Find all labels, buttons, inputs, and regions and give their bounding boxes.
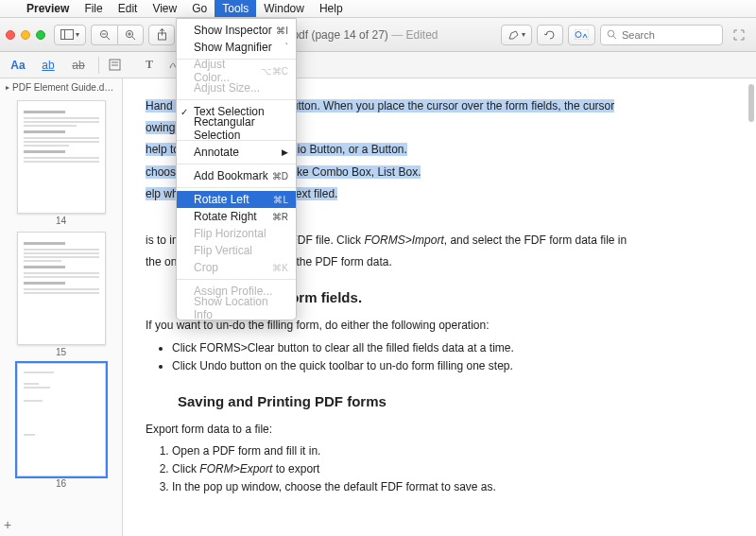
scrollbar[interactable] — [748, 84, 754, 122]
list-item: In the pop up window, choose the default… — [172, 478, 733, 496]
menu-item: Flip Vertical — [177, 242, 296, 259]
menu-view[interactable]: View — [145, 0, 184, 17]
strikethrough-button[interactable]: ab — [68, 59, 89, 72]
markup-toolbar: Aa ab ab T A ▾ — [0, 52, 756, 78]
menu-item: Crop⌘K — [177, 259, 296, 276]
page-thumbnail[interactable]: 14 — [17, 100, 106, 226]
fullscreen-icon — [733, 29, 745, 41]
list-item: Open a PDF form and fill it in. — [172, 442, 733, 460]
body-text: Export form data to a file: — [146, 421, 733, 439]
markup-toggle-button[interactable] — [568, 25, 595, 45]
traffic-max[interactable] — [36, 30, 45, 40]
add-page-button[interactable]: + — [4, 517, 11, 532]
menu-preview[interactable]: Preview — [19, 0, 77, 17]
edited-label: Edited — [406, 28, 438, 42]
rotate-button[interactable] — [537, 25, 563, 45]
body-text: , and select the FDF form data file in — [444, 233, 627, 247]
sidebar-icon — [60, 29, 74, 40]
menu-item[interactable]: Add Bookmark⌘D — [177, 167, 296, 184]
menu-item: Adjust Size... — [177, 79, 296, 96]
svg-point-11 — [576, 32, 581, 38]
menu-item[interactable]: Show Inspector⌘I — [177, 22, 296, 39]
tools-menu-dropdown: Show Inspector⌘IShow Magnifier`Adjust Co… — [176, 18, 297, 320]
text-button[interactable]: T — [139, 58, 160, 72]
svg-line-3 — [106, 36, 109, 39]
share-button[interactable] — [148, 25, 175, 45]
text-style-button[interactable]: Aa — [8, 59, 28, 72]
svg-point-13 — [608, 30, 614, 37]
menu-item[interactable]: Rectangular Selection — [177, 120, 296, 137]
highlight-icon — [507, 29, 520, 41]
body-text: owing: — [146, 121, 179, 134]
menu-file[interactable]: File — [77, 0, 110, 17]
page-thumbnail[interactable]: 15 — [17, 232, 106, 357]
note-icon — [109, 59, 121, 71]
page-thumbnail[interactable]: 16 — [17, 363, 106, 489]
search-icon — [607, 29, 617, 40]
zoom-in-button[interactable] — [117, 25, 144, 45]
note-button[interactable] — [109, 59, 129, 71]
zoom-out-icon — [99, 29, 111, 41]
menu-help[interactable]: Help — [312, 0, 351, 17]
list-item: Click Undo button on the quick toolbar t… — [172, 357, 733, 375]
zoom-in-icon — [125, 29, 136, 41]
zoom-out-button[interactable] — [91, 25, 117, 45]
svg-rect-0 — [61, 30, 74, 40]
heading: Saving and Printing PDF forms — [178, 390, 733, 413]
divider — [98, 57, 99, 74]
menu-item: Show Location Info — [177, 300, 296, 317]
markup-icon — [575, 29, 589, 40]
toolbar: ▾ Element Guide.docx.pdf (page 14 of 27)… — [0, 18, 756, 52]
page-number: 15 — [56, 347, 66, 357]
sidebar-file-header[interactable]: ▸PDF Element Guide.docx.pdf — [0, 78, 122, 96]
page-number: 16 — [56, 478, 66, 489]
search-input[interactable] — [622, 29, 707, 41]
menu-item: Adjust Color...⌥⌘C — [177, 62, 296, 79]
share-icon — [157, 28, 167, 41]
sidebar-mode-button[interactable]: ▾ — [54, 25, 86, 45]
list-item: Click FORMS>Clear button to clear all th… — [172, 339, 733, 357]
search-field[interactable] — [600, 25, 723, 45]
menu-item[interactable]: Show Magnifier` — [177, 39, 296, 56]
traffic-min[interactable] — [21, 30, 30, 40]
list-item: Click FORM>Export to export — [172, 460, 733, 478]
fullscreen-button[interactable] — [728, 25, 750, 45]
menu-tools[interactable]: Tools — [215, 0, 256, 17]
thumbnails-sidebar: ▸PDF Element Guide.docx.pdf 14 15 16 + — [0, 78, 123, 536]
menu-item[interactable]: Annotate▶ — [177, 144, 296, 161]
traffic-close[interactable] — [6, 30, 15, 40]
underline-button[interactable]: ab — [38, 59, 59, 72]
rotate-icon — [544, 29, 556, 41]
menu-item: Flip Horizontal — [177, 225, 296, 242]
highlight-button[interactable]: ▾ — [501, 25, 532, 45]
svg-line-6 — [132, 36, 135, 39]
menu-go[interactable]: Go — [184, 0, 215, 17]
page-number: 14 — [56, 216, 66, 226]
body-text: FORMS>Import — [364, 233, 443, 247]
menu-edit[interactable]: Edit — [111, 0, 146, 17]
menu-item[interactable]: Rotate Left⌘L — [177, 191, 296, 208]
menu-window[interactable]: Window — [256, 0, 312, 17]
menubar: Preview File Edit View Go Tools Window H… — [0, 0, 756, 18]
menu-item[interactable]: Rotate Right⌘R — [177, 208, 296, 225]
svg-line-14 — [613, 36, 616, 39]
